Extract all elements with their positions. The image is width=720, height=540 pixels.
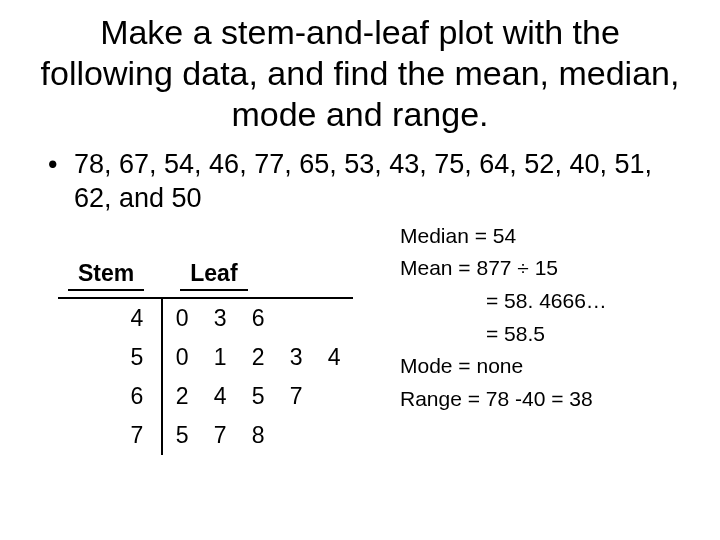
leaf-cell — [277, 416, 315, 455]
table-row: 4 0 3 6 — [58, 298, 353, 338]
leaf-cell: 8 — [239, 416, 277, 455]
leaf-cell: 7 — [277, 377, 315, 416]
leaf-cell: 4 — [315, 338, 353, 377]
median-line: Median = 54 — [400, 220, 607, 253]
leaf-cell — [277, 298, 315, 338]
bullet-icon: • — [48, 148, 74, 182]
data-values: 78, 67, 54, 46, 77, 65, 53, 43, 75, 64, … — [74, 149, 652, 213]
leaf-cell: 6 — [239, 298, 277, 338]
leaf-cell: 4 — [201, 377, 239, 416]
leaf-cell — [315, 298, 353, 338]
leaf-cell: 1 — [201, 338, 239, 377]
mode-line: Mode = none — [400, 350, 607, 383]
stem-cell: 7 — [58, 416, 162, 455]
stem-leaf-plot: Stem Leaf 4 0 3 6 5 0 1 2 3 4 — [40, 256, 400, 455]
range-line: Range = 78 -40 = 38 — [400, 383, 607, 416]
stem-cell: 4 — [58, 298, 162, 338]
table-row: 5 0 1 2 3 4 — [58, 338, 353, 377]
leaf-cell: 3 — [201, 298, 239, 338]
leaf-cell: 5 — [162, 416, 201, 455]
leaf-cell: 5 — [239, 377, 277, 416]
page-title: Make a stem-and-leaf plot with the follo… — [40, 12, 680, 134]
leaf-cell: 2 — [162, 377, 201, 416]
mean-decimal: = 58. 4666… — [400, 285, 607, 318]
data-list: •78, 67, 54, 46, 77, 65, 53, 43, 75, 64,… — [48, 148, 680, 216]
leaf-cell: 7 — [201, 416, 239, 455]
leaf-cell — [315, 416, 353, 455]
stem-cell: 5 — [58, 338, 162, 377]
leaf-cell: 0 — [162, 298, 201, 338]
table-row: 7 5 7 8 — [58, 416, 353, 455]
stem-cell: 6 — [58, 377, 162, 416]
stem-header: Stem — [68, 260, 144, 291]
mean-expression: Mean = 877 ÷ 15 — [400, 252, 607, 285]
table-row: 6 2 4 5 7 — [58, 377, 353, 416]
mean-rounded: = 58.5 — [400, 318, 607, 351]
leaf-cell: 3 — [277, 338, 315, 377]
statistics: Median = 54 Mean = 877 ÷ 15 = 58. 4666… … — [400, 220, 607, 415]
leaf-cell: 2 — [239, 338, 277, 377]
leaf-cell: 0 — [162, 338, 201, 377]
leaf-cell — [315, 377, 353, 416]
leaf-header: Leaf — [180, 260, 247, 291]
